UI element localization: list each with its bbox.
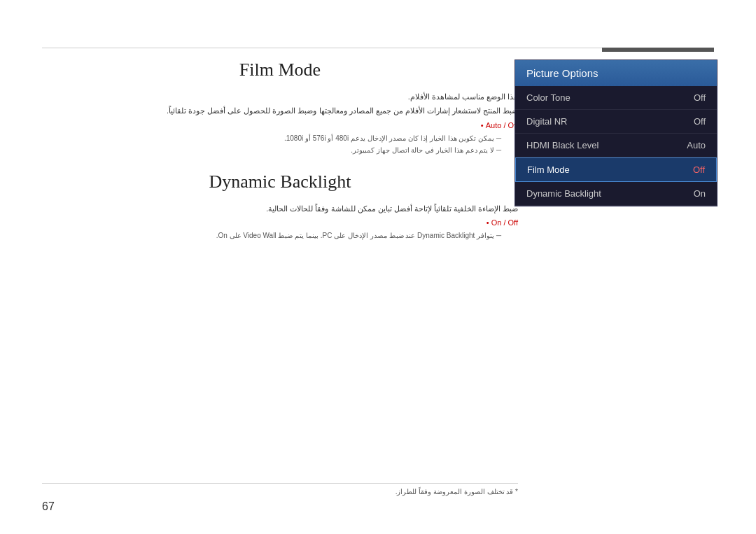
panel-row-value: Off: [694, 116, 706, 127]
dynamic-backlight-title: Dynamic Backlight: [42, 171, 518, 192]
panel-row-hdmi-black-level[interactable]: HDMI Black LevelAuto: [515, 134, 717, 157]
panel-row-value: Auto: [687, 140, 706, 150]
dynamic-backlight-note: ─ يتوافر Dynamic Backlight عند ضبط مصدر …: [42, 230, 518, 241]
film-mode-note1: ─ يمكن تكوين هذا الخيار إذا كان مصدر الإ…: [42, 132, 518, 144]
panel-row-label: Color Tone: [526, 92, 570, 103]
footnote: * قد تختلف الصورة المعروضة وفقاً للطراز.: [42, 483, 518, 496]
panel-row-film-mode[interactable]: Film ModeOff: [515, 157, 717, 182]
picture-options-panel: Picture Options Color ToneOffDigital NRO…: [514, 59, 718, 206]
panel-row-digital-nr[interactable]: Digital NROff: [515, 110, 717, 134]
panel-row-label: Digital NR: [526, 116, 568, 127]
film-mode-section: Film Mode هذا الوضع مناسب لمشاهدة الأفلا…: [42, 59, 518, 156]
panel-row-label: HDMI Black Level: [526, 140, 598, 150]
panel-header: Picture Options: [515, 60, 717, 86]
panel-row-dynamic-backlight[interactable]: Dynamic BacklightOn: [515, 182, 717, 206]
panel-row-value: Off: [694, 92, 706, 103]
top-bar-right: [602, 48, 714, 52]
panel-row-label: Film Mode: [527, 164, 570, 175]
panel-row-value: Off: [693, 164, 705, 175]
panel-row-value: On: [694, 188, 706, 199]
film-mode-desc1: هذا الوضع مناسب لمشاهدة الأفلام.: [42, 90, 518, 104]
main-content: Film Mode هذا الوضع مناسب لمشاهدة الأفلا…: [42, 59, 518, 492]
panel-row-label: Dynamic Backlight: [526, 188, 601, 199]
film-mode-bullet: Auto / Off •: [42, 121, 518, 129]
film-mode-note2: ─ لا يتم دعم هذا الخيار في حالة اتصال جه…: [42, 144, 518, 156]
page-number: 67: [42, 500, 55, 513]
film-mode-desc2: ضبط المنتج لاستشعار إشارات الأفلام من جم…: [42, 104, 518, 118]
dynamic-backlight-desc: ضبط الإضاءة الخلفية تلقائياً لإتاحة أفضل…: [42, 202, 518, 216]
film-mode-title: Film Mode: [42, 59, 518, 80]
dynamic-backlight-bullet: On / Off •: [42, 218, 518, 227]
panel-row-color-tone[interactable]: Color ToneOff: [515, 86, 717, 110]
dynamic-backlight-section: Dynamic Backlight ضبط الإضاءة الخلفية تل…: [42, 171, 518, 242]
